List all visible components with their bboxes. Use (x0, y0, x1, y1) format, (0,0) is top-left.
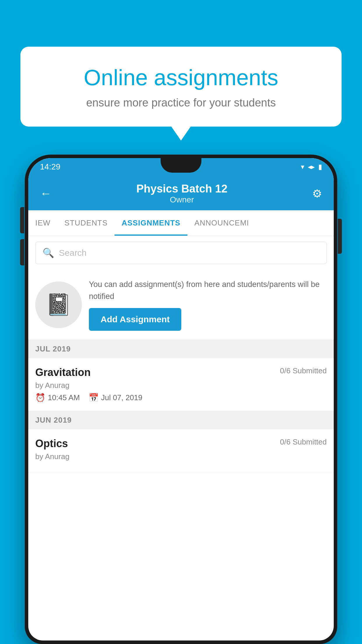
time-value: 10:45 AM (48, 393, 80, 402)
search-placeholder: Search (59, 248, 87, 258)
wifi-icon: ▾ (301, 163, 304, 171)
status-bar: 14:29 ▾ ◂▸ ▮ (28, 158, 334, 176)
clock-icon: ⏰ (35, 393, 45, 402)
tab-students[interactable]: STUDENTS (57, 210, 115, 236)
optics-author: by Anurag (35, 452, 327, 461)
search-icon: 🔍 (43, 247, 54, 258)
assignment-date: 📅 Jul 07, 2019 (89, 393, 143, 402)
optics-name: Optics (35, 438, 68, 450)
assignment-submitted: 0/6 Submitted (280, 366, 327, 375)
optics-submitted: 0/6 Submitted (280, 438, 327, 447)
add-assignment-button[interactable]: Add Assignment (89, 308, 181, 331)
month-header-jul: JUL 2019 (28, 340, 334, 358)
search-bar[interactable]: 🔍 Search (35, 242, 327, 264)
promo-title: Online assignments (41, 64, 321, 91)
optics-row-top: Optics 0/6 Submitted (35, 438, 327, 450)
add-assignment-content: You can add assignment(s) from here and … (89, 279, 325, 331)
speech-bubble: Online assignments ensure more practice … (20, 47, 342, 127)
tab-announcements[interactable]: ANNOUNCEMI (187, 210, 256, 236)
assignment-row-top: Gravitation 0/6 Submitted (35, 366, 327, 379)
add-assignment-section: 📓 You can add assignment(s) from here an… (28, 270, 334, 340)
tabs-bar: IEW STUDENTS ASSIGNMENTS ANNOUNCEMI (28, 210, 334, 236)
assignment-author: by Anurag (35, 381, 327, 390)
phone-device: 14:29 ▾ ◂▸ ▮ ← Physics Batch 12 Owner ⚙ … (25, 155, 337, 644)
assignment-time: ⏰ 10:45 AM (35, 393, 80, 402)
month-header-jun: JUN 2019 (28, 411, 334, 429)
assignment-name: Gravitation (35, 366, 91, 379)
date-value: Jul 07, 2019 (101, 393, 143, 402)
battery-icon: ▮ (318, 163, 322, 171)
header-center: Physics Batch 12 Owner (52, 183, 312, 204)
batch-title: Physics Batch 12 (52, 183, 312, 195)
app-header: ← Physics Batch 12 Owner ⚙ (28, 176, 334, 210)
assignment-item-optics[interactable]: Optics 0/6 Submitted by Anurag (28, 429, 334, 473)
settings-button[interactable]: ⚙ (312, 187, 322, 200)
calendar-icon: 📅 (89, 393, 99, 402)
volume-down-button (20, 239, 24, 265)
back-button[interactable]: ← (40, 187, 52, 200)
tab-iew[interactable]: IEW (28, 210, 57, 236)
status-icons: ▾ ◂▸ ▮ (301, 163, 322, 171)
tab-assignments[interactable]: ASSIGNMENTS (115, 210, 187, 236)
search-container: 🔍 Search (28, 236, 334, 270)
assignment-item-gravitation[interactable]: Gravitation 0/6 Submitted by Anurag ⏰ 10… (28, 358, 334, 411)
phone-screen: 14:29 ▾ ◂▸ ▮ ← Physics Batch 12 Owner ⚙ … (28, 158, 334, 640)
notch (161, 158, 201, 173)
owner-label: Owner (52, 195, 312, 204)
status-time: 14:29 (40, 162, 60, 172)
power-button (338, 219, 342, 254)
add-assignment-description: You can add assignment(s) from here and … (89, 279, 325, 302)
promo-subtitle: ensure more practice for your students (41, 97, 321, 109)
assignment-icon-circle: 📓 (35, 281, 82, 328)
assignment-meta: ⏰ 10:45 AM 📅 Jul 07, 2019 (35, 393, 327, 402)
notebook-icon: 📓 (45, 292, 72, 317)
signal-icon: ◂▸ (308, 163, 315, 171)
promo-section: Online assignments ensure more practice … (20, 47, 342, 127)
